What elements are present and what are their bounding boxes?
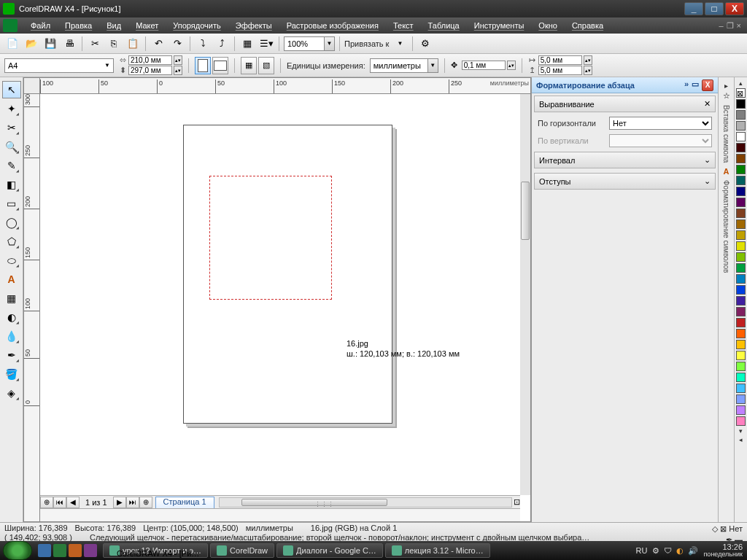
scroll-thumb[interactable] (521, 182, 530, 240)
add-page-button[interactable]: ⊕ (40, 497, 53, 508)
color-swatch[interactable] (736, 373, 746, 382)
dup-y-input[interactable] (538, 66, 582, 75)
dup-x-input[interactable] (538, 55, 582, 65)
color-swatch[interactable] (736, 416, 746, 426)
cut-button[interactable]: ✂ (87, 36, 103, 52)
close-docker-button[interactable]: X (702, 79, 713, 91)
tray-icon[interactable]: ◐ (676, 546, 684, 556)
character-formatting-tab[interactable]: Форматирование символов (722, 177, 730, 276)
mdi-minimize-button[interactable]: – (719, 21, 723, 31)
alignment-section-header[interactable]: Выравнивание✕ (534, 96, 716, 112)
eyedropper-tool[interactable]: 💧◢ (2, 327, 21, 345)
add-page-after-button[interactable]: ⊕ (139, 497, 152, 508)
print-button[interactable]: 🖶 (61, 36, 77, 52)
color-swatch[interactable] (736, 263, 746, 273)
navigator-button[interactable]: ⊡ (514, 497, 520, 507)
ruler-origin[interactable] (24, 78, 40, 94)
menu-edit[interactable]: Правка (58, 21, 99, 30)
palette-down-button[interactable]: ▾ (739, 427, 743, 435)
spinner[interactable]: ▴▾ (174, 66, 182, 75)
next-page-button[interactable]: ▶ (113, 497, 126, 508)
pages-same-button[interactable]: ▦ (241, 57, 257, 74)
page-width-input[interactable] (128, 55, 172, 65)
quicklaunch-icon[interactable] (53, 544, 66, 557)
interactive-tool[interactable]: ◐◢ (2, 308, 21, 326)
char-format-icon[interactable]: A (724, 167, 729, 176)
pick-tool[interactable]: ↖ (2, 81, 21, 98)
color-swatch[interactable] (736, 384, 746, 393)
scroll-thumb[interactable]: ⋮⋮⋮ (241, 499, 387, 506)
polygon-tool[interactable]: ⬠◢ (2, 233, 21, 250)
color-swatch[interactable] (736, 230, 746, 240)
open-button[interactable]: 📂 (23, 36, 39, 52)
ruler-horizontal[interactable]: миллиметры 10050050100150200250 (40, 78, 530, 94)
app-icon[interactable] (3, 19, 18, 32)
units-combo[interactable]: ▼ (370, 58, 438, 73)
menu-window[interactable]: Окно (531, 21, 565, 30)
color-swatch[interactable] (736, 241, 746, 251)
tabs-expand-button[interactable]: ▸ (724, 82, 728, 90)
color-swatch[interactable] (736, 351, 746, 360)
color-swatch[interactable] (736, 99, 746, 109)
taskbar-task[interactable]: лекция 3.12 - Micro… (385, 543, 490, 558)
minimize-button[interactable]: _ (684, 2, 703, 15)
color-swatch[interactable] (736, 394, 746, 404)
portrait-button[interactable] (195, 57, 211, 74)
rectangle-tool[interactable]: ▭◢ (2, 195, 21, 212)
palette-up-button[interactable]: ▴ (739, 79, 743, 87)
taskbar-task[interactable]: CorelDraw (210, 543, 274, 558)
zoom-combo[interactable]: ▼ (284, 36, 335, 51)
color-swatch[interactable] (736, 296, 746, 306)
welcome-button[interactable]: ☰▾ (258, 36, 274, 52)
tray-icon[interactable]: ⚙ (652, 546, 659, 556)
app-launcher-button[interactable]: ▦ (239, 36, 255, 52)
maximize-button[interactable]: □ (705, 2, 724, 15)
taskbar-task-active[interactable]: CorelDRAW X4 - [Ри… (117, 549, 199, 558)
undock-button[interactable]: ▭ (692, 79, 699, 91)
color-swatch[interactable] (736, 187, 746, 196)
page-tab[interactable]: Страница 1 (155, 497, 214, 508)
menu-file[interactable]: Файл (23, 21, 58, 30)
menu-effects[interactable]: Эффекты (228, 21, 279, 30)
color-swatch[interactable] (736, 219, 746, 229)
options-button[interactable]: ⚙ (417, 36, 433, 52)
color-swatch[interactable] (736, 340, 746, 349)
menu-arrange[interactable]: Упорядочить (166, 21, 228, 30)
color-swatch[interactable] (736, 274, 746, 284)
paste-button[interactable]: 📋 (125, 36, 141, 52)
color-swatch[interactable] (736, 198, 746, 207)
spinner[interactable]: ▴▾ (174, 55, 182, 65)
color-swatch[interactable] (736, 165, 746, 174)
table-tool[interactable]: ▦ (2, 289, 21, 307)
fill-swatch-icon[interactable]: ◇ (712, 524, 718, 533)
import-button[interactable]: ⤵ (195, 36, 211, 52)
no-fill-swatch[interactable]: ⊠ (736, 88, 746, 98)
nudge-input[interactable] (462, 61, 506, 70)
color-swatch[interactable] (736, 132, 746, 141)
freehand-tool[interactable]: ✎◢ (2, 157, 21, 174)
zoom-tool[interactable]: 🔍◢ (2, 138, 21, 155)
crop-tool[interactable]: ✂◢ (2, 119, 21, 136)
menu-text[interactable]: Текст (386, 21, 421, 30)
insert-character-tab[interactable]: Вставка символа (722, 102, 730, 166)
fill-tool[interactable]: 🪣◢ (2, 365, 21, 383)
indent-section-header[interactable]: Отступы⌄ (534, 173, 716, 190)
menu-table[interactable]: Таблица (421, 21, 467, 30)
menu-help[interactable]: Справка (565, 21, 611, 30)
clock[interactable]: 13:26 понедельник (704, 542, 748, 559)
star-icon[interactable]: ☆ (723, 91, 730, 101)
start-button[interactable] (3, 541, 32, 560)
menu-tools[interactable]: Инструменты (467, 21, 532, 30)
color-swatch[interactable] (736, 176, 746, 185)
zoom-input[interactable] (284, 36, 325, 51)
horizontal-scrollbar[interactable]: ⋮⋮⋮ (219, 497, 512, 508)
color-swatch[interactable] (736, 110, 746, 120)
last-page-button[interactable]: ⏭ (126, 497, 139, 508)
import-placement-rect[interactable] (209, 176, 332, 300)
mdi-restore-button[interactable]: ❐ (727, 21, 734, 31)
ruler-vertical[interactable]: 300250200150100500 (24, 94, 40, 521)
smart-fill-tool[interactable]: ◧◢ (2, 176, 21, 193)
first-page-button[interactable]: ⏮ (53, 497, 66, 508)
new-button[interactable]: 📄 (4, 36, 20, 52)
close-button[interactable]: X (725, 2, 744, 15)
